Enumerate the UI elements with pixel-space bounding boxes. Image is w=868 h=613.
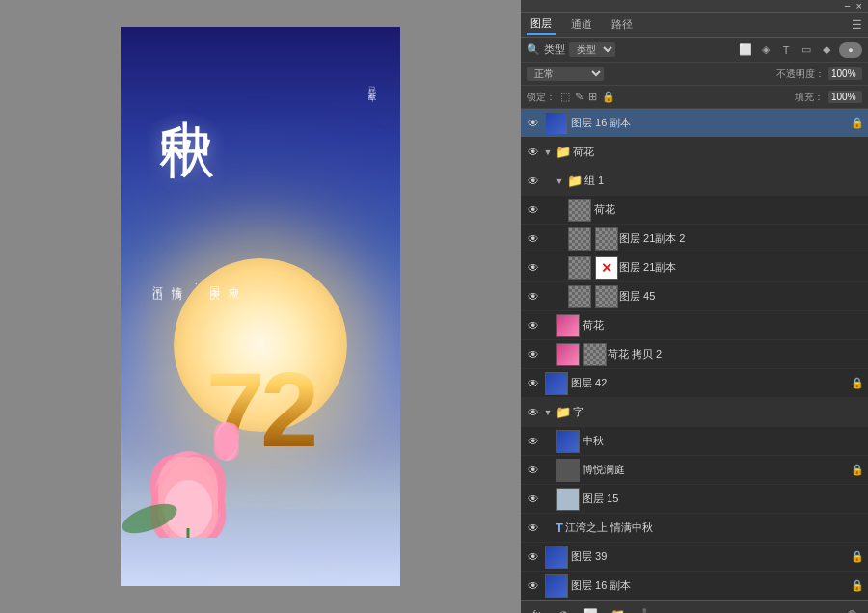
layer-thumbnail [556, 343, 580, 366]
layer-row[interactable]: 👁 图层 42 🔒 [521, 369, 868, 398]
layer-visibility-btn[interactable]: 👁 [525, 201, 542, 219]
mask-button[interactable]: ⬜ [581, 605, 600, 614]
layer-row[interactable]: 👁 荷花 [521, 196, 868, 225]
filter-label: 类型 [544, 42, 565, 57]
artwork-text: 中秋国庆·情满河山 [148, 278, 243, 292]
layer-row[interactable]: 👁 ▼ 📁 组 1 [521, 167, 868, 196]
artwork-lotus-large [121, 422, 265, 538]
search-icon: 🔍 [527, 43, 540, 56]
layer-name: 荷花 [583, 318, 864, 333]
filter-smart-icon[interactable]: ◆ [819, 42, 834, 58]
fill-label: 填充： [795, 91, 824, 104]
artwork: 中秋 已笑献年 中秋国庆·情满河山 72 [121, 27, 400, 586]
filter-toggle-btn[interactable]: ● [839, 42, 862, 58]
lock-icons: ⬚ ✎ ⊞ 🔒 [560, 91, 615, 103]
layer-mask-thumbnail: ✕ [595, 256, 618, 280]
tab-layers[interactable]: 图层 [527, 14, 556, 35]
layer-thumbnail [545, 372, 568, 395]
tab-paths[interactable]: 路径 [608, 15, 637, 34]
layer-expand-btn[interactable]: ▼ [542, 147, 554, 158]
layer-name: 图层 39 [571, 549, 847, 564]
layer-thumbnail [545, 546, 568, 569]
layer-row[interactable]: 👁 ✕ 图层 21副本 [521, 253, 868, 282]
new-layer-button[interactable]: ➕ [635, 605, 654, 614]
layer-name: 组 1 [584, 173, 864, 188]
layer-visibility-btn[interactable]: 👁 [525, 375, 542, 392]
layer-thumbnail [545, 112, 568, 135]
layer-row[interactable]: 👁 荷花 [521, 311, 868, 340]
layer-row[interactable]: 👁 图层 45 [521, 282, 868, 311]
panels-area: − × 图层 通道 路径 ☰ 🔍 类型 类型 ⬜ ◈ T ▭ ◆ ● [521, 0, 868, 613]
folder-icon: 📁 [556, 145, 571, 159]
layer-visibility-btn[interactable]: 👁 [525, 346, 542, 363]
layer-visibility-btn[interactable]: 👁 [525, 173, 542, 190]
layer-thumbnail [568, 227, 591, 251]
filter-type-select[interactable]: 类型 [569, 42, 615, 57]
layer-visibility-btn[interactable]: 👁 [525, 404, 542, 421]
layer-visibility-btn[interactable]: 👁 [525, 577, 542, 595]
layer-visibility-btn[interactable]: 👁 [525, 259, 542, 277]
layer-thumbnail [556, 459, 580, 482]
group-button[interactable]: 📁 [608, 605, 627, 614]
lock-all-btn[interactable]: 🔒 [602, 91, 615, 103]
layer-row[interactable]: 👁 图层 16 副本 🔒 [521, 572, 868, 600]
text-layer-icon: T [556, 520, 563, 535]
layer-expand-btn[interactable]: ▼ [542, 407, 554, 418]
layer-row[interactable]: 👁 图层 39 🔒 [521, 543, 868, 572]
layer-visibility-btn[interactable]: 👁 [525, 115, 542, 132]
layer-visibility-btn[interactable]: 👁 [525, 548, 542, 566]
layer-visibility-btn[interactable]: 👁 [525, 230, 542, 248]
layer-name: 字 [573, 405, 864, 419]
folder-icon: 📁 [567, 173, 583, 188]
opacity-input[interactable] [828, 67, 862, 80]
artwork-title: 中秋 [149, 75, 225, 85]
layer-name: 图层 15 [583, 492, 864, 506]
layer-name: 图层 42 [571, 376, 847, 390]
layer-row[interactable]: 👁 中秋 [521, 427, 868, 456]
filter-adjust-icon[interactable]: ◈ [758, 42, 773, 58]
layer-row[interactable]: 👁 图层 15 [521, 485, 868, 514]
layer-name: 博悦澜庭 [583, 463, 847, 477]
layer-visibility-btn[interactable]: 👁 [525, 462, 542, 479]
delete-layer-button[interactable]: 🗑 [843, 605, 862, 614]
layer-visibility-btn[interactable]: 👁 [525, 433, 542, 450]
fx-button[interactable]: fx [527, 605, 546, 614]
fill-input[interactable] [828, 91, 862, 103]
layer-row[interactable]: 👁 图层 21副本 2 [521, 225, 868, 253]
layer-row[interactable]: 👁 图层 16 副本 🔒 [521, 109, 868, 138]
panel-topbar-buttons: − × [844, 0, 862, 12]
layer-name: 荷花 [573, 145, 864, 159]
layers-panel: 图层 通道 路径 ☰ 🔍 类型 类型 ⬜ ◈ T ▭ ◆ ● 正常 [521, 13, 868, 613]
layer-name: 荷花 拷贝 2 [608, 347, 864, 361]
filter-shape-icon[interactable]: ▭ [799, 42, 814, 58]
filter-pixel-icon[interactable]: ⬜ [738, 42, 753, 58]
layer-row[interactable]: 👁 ▼ 📁 字 [521, 398, 868, 427]
layer-expand-btn[interactable]: ▼ [554, 175, 565, 187]
layer-name: 图层 16 副本 [571, 116, 847, 130]
adjustment-button[interactable]: ◑ [554, 605, 573, 614]
lock-artboard-btn[interactable]: ⊞ [588, 91, 597, 103]
tab-channels[interactable]: 通道 [567, 15, 596, 34]
layer-name: 江湾之上 情满中秋 [565, 520, 864, 535]
layer-visibility-btn[interactable]: 👁 [525, 520, 542, 537]
close-button[interactable]: × [856, 0, 862, 12]
panel-menu-icon[interactable]: ☰ [852, 18, 862, 32]
layer-visibility-btn[interactable]: 👁 [525, 144, 542, 161]
layers-lock: 锁定： ⬚ ✎ ⊞ 🔒 填充： [521, 86, 868, 109]
layer-name: 中秋 [583, 434, 864, 448]
artwork-subtitle: 已笑献年 [366, 80, 376, 92]
lock-move-btn[interactable]: ✎ [575, 91, 583, 103]
filter-text-icon[interactable]: T [778, 42, 794, 58]
minimize-button[interactable]: − [844, 0, 850, 12]
layer-row[interactable]: 👁 T 江湾之上 情满中秋 [521, 514, 868, 543]
layer-visibility-btn[interactable]: 👁 [525, 491, 542, 508]
layer-row[interactable]: 👁 荷花 拷贝 2 [521, 340, 868, 369]
layers-list[interactable]: 👁 图层 16 副本 🔒 👁 ▼ 📁 荷花 👁 ▼ 📁 组 1 [521, 109, 868, 600]
layers-blend: 正常 不透明度： [521, 63, 868, 86]
lock-pixels-btn[interactable]: ⬚ [560, 91, 570, 103]
layer-visibility-btn[interactable]: 👁 [525, 317, 542, 334]
layer-row[interactable]: 👁 ▼ 📁 荷花 [521, 138, 868, 167]
layer-visibility-btn[interactable]: 👁 [525, 288, 542, 306]
blend-mode-select[interactable]: 正常 [527, 67, 604, 81]
layer-row[interactable]: 👁 博悦澜庭 🔒 [521, 456, 868, 485]
